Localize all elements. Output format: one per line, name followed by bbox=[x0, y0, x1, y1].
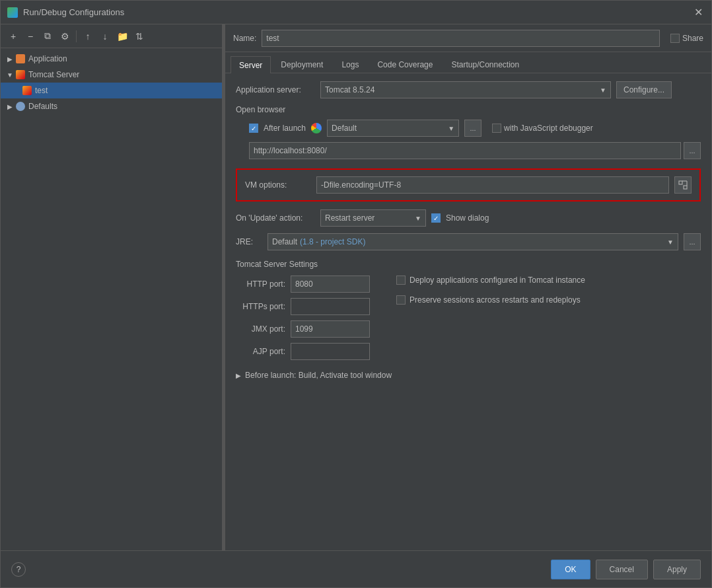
vm-options-input[interactable] bbox=[316, 176, 669, 194]
window-title: Run/Debug Configurations bbox=[23, 7, 692, 17]
test-config-label: test bbox=[35, 86, 48, 95]
jmx-port-row: JMX port: bbox=[236, 320, 370, 338]
svg-rect-0 bbox=[679, 181, 682, 184]
app-server-label: Application server: bbox=[236, 85, 315, 94]
tab-deployment[interactable]: Deployment bbox=[272, 55, 332, 73]
toolbar-divider-1 bbox=[76, 30, 77, 42]
app-server-dropdown[interactable]: Tomcat 8.5.24 ▼ bbox=[320, 81, 611, 98]
on-update-value: Restart server bbox=[325, 213, 374, 223]
on-update-label: On 'Update' action: bbox=[236, 213, 315, 223]
tab-server[interactable]: Server bbox=[231, 56, 271, 73]
vm-options-section: VM options: bbox=[236, 168, 701, 202]
settings-config-button[interactable]: ⚙ bbox=[57, 29, 72, 44]
svg-rect-1 bbox=[684, 186, 687, 189]
open-browser-label: Open browser bbox=[236, 105, 701, 114]
url-ellipsis-button[interactable]: ... bbox=[684, 142, 701, 159]
url-row: ... bbox=[236, 142, 701, 159]
test-config-icon bbox=[22, 85, 32, 96]
bottom-bar: ? OK Cancel Apply bbox=[1, 550, 711, 587]
cancel-button[interactable]: Cancel bbox=[596, 560, 648, 579]
window-icon bbox=[7, 7, 18, 18]
tab-startup-connection[interactable]: Startup/Connection bbox=[443, 55, 528, 73]
ajp-port-label: AJP port: bbox=[236, 347, 285, 356]
before-launch-arrow-icon: ▶ bbox=[236, 372, 241, 379]
application-icon bbox=[15, 54, 26, 64]
tomcat-server-label: Tomcat Server bbox=[28, 70, 79, 79]
jre-ellipsis-button[interactable]: ... bbox=[684, 233, 701, 250]
preserve-sessions-label: Preserve sessions across restarts and re… bbox=[409, 295, 581, 305]
share-row: Share bbox=[670, 34, 703, 43]
http-port-label: HTTP port: bbox=[236, 279, 285, 289]
ajp-port-row: AJP port: bbox=[236, 343, 370, 360]
tomcat-settings-section: Tomcat Server Settings HTTP port: HTTPs … bbox=[236, 260, 701, 360]
arrow-expand-icon: ▼ bbox=[6, 71, 14, 79]
ajp-port-input[interactable] bbox=[291, 343, 370, 360]
before-launch-label: Before launch: Build, Activate tool wind… bbox=[245, 371, 392, 380]
copy-config-button[interactable]: ⧉ bbox=[40, 29, 55, 44]
show-dialog-label: Show dialog bbox=[446, 213, 489, 223]
config-tree: ▶ Application ▼ Tomcat Server bbox=[1, 48, 222, 550]
browser-dropdown[interactable]: Default ▼ bbox=[327, 120, 459, 137]
defaults-label: Defaults bbox=[28, 102, 57, 111]
tab-logs[interactable]: Logs bbox=[333, 55, 367, 73]
browser-ellipsis-button[interactable]: ... bbox=[464, 120, 481, 137]
ports-left: HTTP port: HTTPs port: JMX port: bbox=[236, 276, 370, 360]
run-debug-configurations-window: Run/Debug Configurations ✕ + − ⧉ ⚙ ↑ ↓ 📁… bbox=[0, 0, 712, 588]
folder-button[interactable]: 📁 bbox=[115, 29, 129, 44]
tomcat-server-icon bbox=[15, 69, 26, 80]
https-port-row: HTTPs port: bbox=[236, 298, 370, 315]
browser-arrow-icon: ▼ bbox=[448, 125, 454, 132]
deploy-apps-checkbox[interactable] bbox=[396, 276, 406, 285]
close-button[interactable]: ✕ bbox=[692, 6, 705, 19]
move-down-button[interactable]: ↓ bbox=[98, 29, 112, 44]
on-update-row: On 'Update' action: Restart server ▼ ✓ S… bbox=[236, 209, 701, 227]
configure-button[interactable]: Configure... bbox=[616, 81, 672, 98]
https-port-input[interactable] bbox=[291, 298, 370, 315]
vm-options-expand-button[interactable] bbox=[674, 176, 692, 194]
http-port-input[interactable] bbox=[291, 276, 370, 293]
app-server-arrow-icon: ▼ bbox=[600, 87, 606, 94]
apply-button[interactable]: Apply bbox=[653, 560, 701, 579]
https-port-label: HTTPs port: bbox=[236, 302, 285, 311]
ports-right: Deploy applications configured in Tomcat… bbox=[396, 276, 701, 360]
before-launch-section: ▶ Before launch: Build, Activate tool wi… bbox=[236, 371, 701, 380]
app-server-value: Tomcat 8.5.24 bbox=[325, 85, 374, 94]
jre-dropdown[interactable]: Default (1.8 - project SDK) ▼ bbox=[267, 233, 678, 250]
js-debugger-checkbox[interactable] bbox=[492, 124, 501, 133]
deploy-apps-option: Deploy applications configured in Tomcat… bbox=[396, 276, 701, 285]
after-launch-checkbox[interactable]: ✓ bbox=[249, 124, 258, 133]
defaults-icon bbox=[15, 101, 26, 112]
preserve-sessions-option: Preserve sessions across restarts and re… bbox=[396, 295, 701, 305]
tree-item-tomcat-server[interactable]: ▼ Tomcat Server bbox=[1, 67, 222, 83]
http-port-row: HTTP port: bbox=[236, 276, 370, 293]
tab-code-coverage[interactable]: Code Coverage bbox=[369, 55, 441, 73]
remove-config-button[interactable]: − bbox=[23, 29, 38, 44]
jre-row: JRE: Default (1.8 - project SDK) ▼ ... bbox=[236, 233, 701, 250]
ok-button[interactable]: OK bbox=[551, 560, 590, 579]
bottom-right: OK Cancel Apply bbox=[551, 560, 701, 579]
share-checkbox[interactable] bbox=[670, 34, 680, 43]
arrow-icon: ▶ bbox=[6, 55, 14, 63]
tabs-row: Server Deployment Logs Code Coverage Sta… bbox=[225, 52, 711, 73]
tree-item-test[interactable]: test bbox=[1, 83, 222, 98]
tree-item-defaults[interactable]: ▶ Defaults bbox=[1, 98, 222, 114]
server-tab-content: Application server: Tomcat 8.5.24 ▼ Conf… bbox=[225, 73, 711, 550]
url-input[interactable] bbox=[249, 142, 681, 159]
title-bar: Run/Debug Configurations ✕ bbox=[1, 1, 711, 24]
bottom-left: ? bbox=[11, 562, 26, 577]
jre-arrow-icon: ▼ bbox=[667, 239, 674, 246]
name-input[interactable] bbox=[262, 30, 660, 47]
deploy-apps-label: Deploy applications configured in Tomcat… bbox=[409, 276, 585, 285]
tomcat-settings-title: Tomcat Server Settings bbox=[236, 260, 701, 269]
preserve-sessions-checkbox[interactable] bbox=[396, 295, 406, 305]
help-button[interactable]: ? bbox=[11, 562, 26, 577]
add-config-button[interactable]: + bbox=[6, 29, 20, 44]
move-up-button[interactable]: ↑ bbox=[81, 29, 95, 44]
show-dialog-checkbox[interactable]: ✓ bbox=[431, 213, 441, 223]
name-label: Name: bbox=[233, 34, 256, 43]
sort-button[interactable]: ⇅ bbox=[132, 29, 147, 44]
js-debugger-label: with JavaScript debugger bbox=[504, 124, 593, 133]
tree-item-application[interactable]: ▶ Application bbox=[1, 51, 222, 67]
on-update-dropdown[interactable]: Restart server ▼ bbox=[320, 209, 426, 227]
jmx-port-input[interactable] bbox=[291, 320, 370, 338]
